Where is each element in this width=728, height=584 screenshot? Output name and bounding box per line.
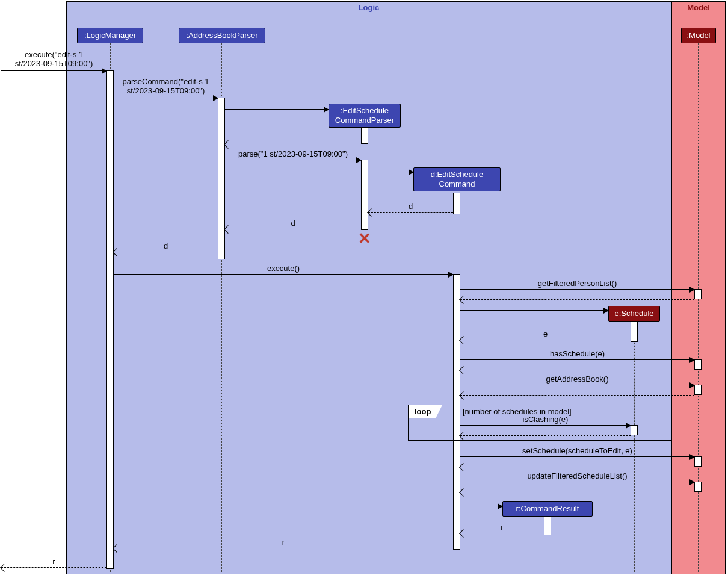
activation-addressbookparser (218, 98, 225, 259)
participant-model: :Model (681, 28, 716, 43)
msg-create-commandresult (460, 506, 502, 506)
activation-schedule-create (631, 322, 638, 342)
msg-setschedule: setSchedule(scheduleToEdit, e) (460, 456, 694, 457)
participant-editschedulecommand: d:EditSchedule Command (413, 167, 501, 191)
arrow-right-icon (689, 287, 695, 293)
msg-return-setschedule (460, 467, 694, 467)
msg-return-r3: r (1, 567, 106, 568)
fragment-loop-label: loop (408, 405, 442, 418)
region-model-title: Model (672, 2, 725, 13)
msg-return-d2: d (225, 229, 361, 229)
msg-parsecommand: parseCommand("edit-s 1 st/2023-09-15T09:… (114, 98, 218, 98)
participant-commandresult: r:CommandResult (502, 501, 593, 517)
arrow-right-icon (448, 272, 454, 278)
msg-create-schedule (460, 310, 608, 311)
msg-return-hasschedule (460, 370, 694, 370)
msg-return-d1: d (368, 212, 453, 213)
region-logic-title: Logic (67, 2, 671, 13)
participant-schedule: e:Schedule (608, 306, 660, 322)
arrow-right-icon (626, 423, 631, 429)
msg-return-getaddressbook (460, 395, 694, 396)
activation-editschedulecommandparser-1 (361, 128, 368, 144)
activation-model-4 (694, 456, 702, 467)
destroy-icon: ✕ (358, 229, 371, 248)
msg-updatefilteredschedulelist: updateFilteredScheduleList() (460, 482, 694, 482)
msg-return-r1: r (460, 533, 544, 533)
activation-model-3 (694, 385, 702, 395)
lifeline-model (698, 43, 699, 572)
msg-return-isclashing (460, 435, 631, 436)
msg-hasschedule: hasSchedule(e) (460, 359, 694, 360)
sequence-diagram: Logic Model :LogicManager :AddressBookPa… (0, 0, 728, 584)
arrow-right-icon (356, 157, 362, 163)
arrow-left-open-icon (0, 564, 8, 572)
msg-create-esc (368, 172, 413, 172)
arrow-right-icon (689, 357, 695, 363)
arrow-right-icon (213, 95, 218, 101)
msg-execute-call: execute() (114, 274, 453, 275)
activation-model-5 (694, 482, 702, 492)
msg-getaddressbook: getAddressBook() (460, 385, 694, 385)
msg-isclashing: isClashing(e) (460, 425, 631, 426)
participant-addressbookparser: :AddressBookParser (179, 28, 265, 43)
activation-commandresult (544, 517, 551, 535)
msg-parse: parse("1 st/2023-09-15T09:00") (225, 160, 361, 160)
activation-model-2 (694, 359, 702, 370)
arrow-right-icon (689, 382, 695, 388)
activation-model-1 (694, 289, 702, 299)
participant-logicmanager: :LogicManager (77, 28, 143, 43)
arrow-right-icon (102, 68, 107, 74)
msg-return-d3: d (114, 252, 218, 252)
participant-editschedulecommandparser: :EditSchedule CommandParser (329, 104, 401, 128)
msg-execute-entry: execute("edit-s 1 st/2023-09-15T09:00") (1, 70, 106, 71)
arrow-right-icon (689, 479, 695, 485)
msg-create-escp (225, 109, 329, 110)
msg-return-updatefilteredschedulelist (460, 492, 694, 492)
activation-editschedulecommand-create (453, 193, 460, 214)
msg-return-e: e (460, 340, 631, 340)
msg-getfilteredpersonlist: getFilteredPersonList() (460, 289, 694, 290)
msg-return-r2: r (114, 548, 453, 548)
msg-return-getfilteredpersonlist (460, 299, 694, 300)
activation-logicmanager (106, 70, 114, 569)
activation-editschedulecommandparser-2 (361, 160, 368, 230)
msg-return-escp-create (225, 144, 361, 144)
arrow-right-icon (689, 454, 695, 460)
